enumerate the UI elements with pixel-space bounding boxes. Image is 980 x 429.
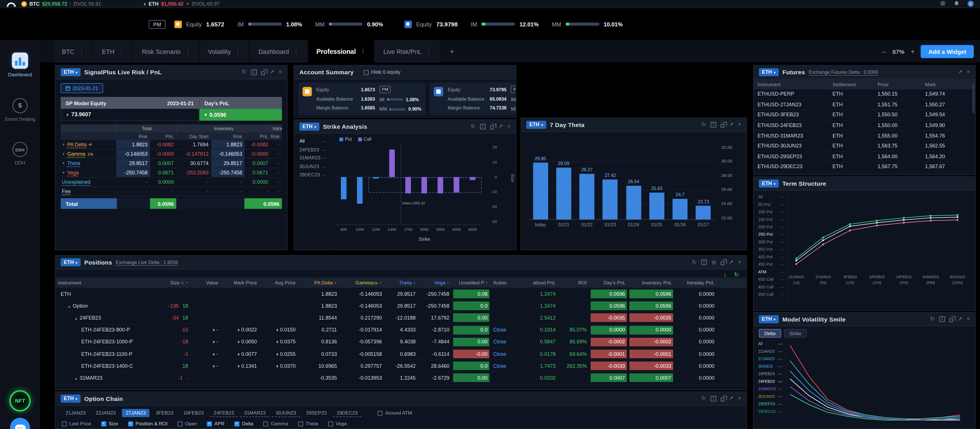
positions-col-alized-pnl[interactable]: alized PnL (517, 280, 558, 285)
symbol-selector[interactable]: ETH▾ (299, 123, 319, 131)
strike-bar[interactable] (422, 177, 427, 193)
theta-bar-01-24[interactable] (626, 186, 641, 220)
smile-tab-strike[interactable]: Strike (784, 329, 807, 338)
strike-expiry-30jun23[interactable]: 30JUN23— (299, 164, 329, 169)
futures-col-settlement[interactable]: Settlement (833, 82, 878, 87)
theta-bar-01-23[interactable] (603, 180, 618, 220)
chain-filter-vega[interactable]: Vega (328, 421, 347, 426)
settings-gear-icon[interactable] (711, 260, 716, 265)
smile-expiry-all[interactable]: All— (758, 341, 784, 347)
smile-expiry-29sep23[interactable]: 29SEP23— (758, 401, 784, 407)
smile-expiry-3feb23[interactable]: 3FEB23— (758, 363, 784, 370)
theta-bar-today[interactable] (533, 163, 548, 220)
position-row-eth-24feb23-800-p[interactable]: ETH-24FEB23-800-P-15♦ -♦ 0.0022♦ 0.01500… (56, 324, 746, 336)
chain-date-10feb23[interactable]: 10FEB23 (180, 409, 207, 417)
tab-risk-scenario[interactable]: Risk Scenario⋮ (134, 40, 199, 62)
positions-col-theta[interactable]: Theta▼ (384, 280, 418, 285)
chain-filter-delta[interactable]: ✓Delta (234, 421, 253, 426)
user-avatar[interactable]: C (967, 0, 974, 7)
term-series-15d-put[interactable]: 15D Put— (758, 216, 786, 223)
strike-bar[interactable] (405, 177, 411, 193)
expand-icon[interactable]: ↗ (498, 124, 503, 129)
theta-bar-01-22[interactable] (579, 174, 595, 220)
expand-icon[interactable]: ↗ (729, 122, 734, 128)
expand-icon[interactable]: ↗ (958, 316, 963, 322)
positions-col-roi[interactable]: ROI (558, 280, 589, 285)
tab-eth[interactable]: ETH⋮ (94, 40, 133, 62)
strike-bar[interactable] (470, 177, 476, 180)
futures-row-ethusd-29dec23[interactable]: ETHUSD-29DEC23ETH1,567.751,567.67 (754, 162, 975, 173)
sidebar-item-dashboard[interactable]: Dashboard (0, 53, 40, 78)
legend-put[interactable]: Put (339, 136, 352, 142)
legend-call[interactable]: Call (358, 136, 371, 142)
term-series-atm[interactable]: ATM— (758, 269, 786, 275)
futures-row-ethusd-24feb23[interactable]: ETHUSD-24FEB23ETH1,550.001,549.90 (754, 121, 975, 131)
strike-bar[interactable] (438, 177, 443, 193)
symbol-selector[interactable]: ETH▾ (759, 315, 778, 324)
refresh-icon[interactable]: ↻ (471, 124, 476, 129)
risk-row-theta[interactable]: ▼Theta29.85170.000730.677429.85170.0007- (60, 159, 282, 168)
term-series-35d-call[interactable]: 35D Call— (758, 292, 786, 298)
close-icon[interactable]: × (738, 396, 741, 402)
refresh-icon[interactable]: ↻ (242, 69, 247, 75)
refresh-icon[interactable]: ↻ (692, 260, 697, 265)
term-series-45d-call[interactable]: 45D Call— (758, 276, 786, 283)
chain-date-21jan23[interactable]: 21JAN23 (62, 409, 89, 417)
chain-date-31mar23[interactable]: 31MAR23 (240, 409, 269, 417)
term-series-5d-put[interactable]: 5D Put— (758, 201, 786, 208)
expand-icon[interactable]: ↗ (958, 69, 963, 75)
zoom-in-button[interactable]: + (910, 48, 915, 55)
tab-professional[interactable]: Professional⋮ (308, 40, 374, 62)
strike-bar[interactable] (373, 177, 379, 179)
interval-icon[interactable]: 1 (711, 122, 716, 128)
popout-icon[interactable] (721, 396, 724, 401)
term-series-20d-put[interactable]: 20D Put— (758, 224, 786, 231)
sidebar-item-ddh[interactable]: DDH DDH (0, 142, 40, 166)
smile-expiry-10feb23[interactable]: 10FEB23— (758, 371, 784, 377)
interval-icon[interactable]: 1 (480, 124, 486, 129)
futures-row-ethusd-29sep23[interactable]: ETHUSD-29SEP23ETH1,564.001,564.20 (754, 152, 975, 162)
term-series-10d-put[interactable]: 10D Put— (758, 209, 786, 215)
strike-expiry-31mar23[interactable]: 31MAR23— (299, 155, 329, 161)
chain-filter-size[interactable]: ✓Size (101, 421, 118, 426)
chain-date-29sep23[interactable]: 29SEP23 (302, 409, 331, 417)
strike-bar[interactable] (389, 150, 395, 177)
symbol-selector[interactable]: ETH▾ (759, 180, 778, 188)
chain-date-22jan23[interactable]: 22JAN23 (92, 409, 119, 417)
position-row-31mar23[interactable]: ▲31MAR23-1--0.3535-0.0139531.2245-2.6729… (56, 372, 746, 384)
smile-expiry-30jun23[interactable]: 30JUN23— (758, 393, 784, 400)
nft-button[interactable]: NFT (10, 390, 30, 411)
positions-col-size[interactable]: Size⇅▼ (151, 280, 191, 285)
position-row-24feb23[interactable]: ▲24FEB23-341811.85440.217290-12.018817.6… (56, 312, 746, 324)
symbol-selector[interactable]: ETH▾ (60, 395, 81, 403)
futures-col-price[interactable]: Price (877, 82, 925, 87)
interval-icon[interactable]: 1 (711, 396, 716, 402)
strike-expiry-all[interactable]: All— (299, 138, 329, 144)
close-position-link[interactable]: Close (493, 327, 506, 333)
symbol-selector[interactable]: ETH▾ (60, 68, 81, 76)
positions-col-gamma1[interactable]: Gamma1%▼ (339, 280, 385, 285)
position-row-eth-24feb23-1000-p[interactable]: ETH-24FEB23-1000-P-18♦ -♦ 0.0050♦ 0.0375… (56, 336, 746, 348)
notifications-bell-icon[interactable] (954, 0, 959, 7)
strike-expiry-24feb23[interactable]: 24FEB23— (299, 147, 329, 152)
close-icon[interactable]: × (738, 122, 741, 128)
symbol-selector[interactable]: ETH▾ (759, 68, 778, 76)
term-series-30d-put[interactable]: 30D Put— (758, 239, 786, 245)
zoom-out-button[interactable]: – (883, 48, 886, 55)
risk-row-gamma[interactable]: ▼Gamma1%-0.146053-0.0000-0.147812-0.1460… (60, 150, 282, 159)
theta-bar-01-27[interactable] (696, 206, 711, 220)
date-picker[interactable]: 2023-01-21 (60, 83, 103, 93)
risk-row-vega[interactable]: ▼Vega-250.74580.0671-253.2083-250.74580.… (60, 168, 282, 177)
symbol-selector[interactable]: ETH▾ (60, 258, 81, 266)
position-row-eth-24feb23-1400-c[interactable]: ETH-24FEB23-1400-C18♦ -♦ 0.1341♦ 0.03701… (56, 360, 746, 372)
futures-col-instrument[interactable]: Instrument (757, 82, 833, 87)
close-position-link[interactable]: Close (493, 363, 506, 369)
expand-icon[interactable]: ↗ (729, 260, 734, 265)
popout-icon[interactable] (950, 317, 953, 322)
positions-col-avg-price[interactable]: Avg Price (259, 280, 298, 285)
refresh-icon[interactable]: ↻ (701, 396, 706, 402)
term-series-45d-put[interactable]: 45D Put— (758, 262, 786, 268)
around-atm-checkbox[interactable]: Around ATM (378, 410, 412, 416)
positions-col-vega[interactable]: Vega▼ (418, 280, 452, 285)
chat-support-icon[interactable]: ··· (10, 418, 30, 429)
